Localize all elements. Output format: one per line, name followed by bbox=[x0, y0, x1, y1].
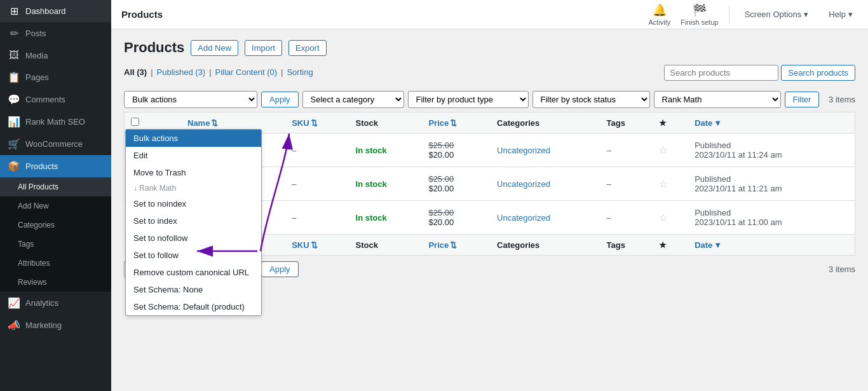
tab-pillar[interactable]: Pillar Content (0) bbox=[215, 67, 278, 77]
analytics-icon: 📈 bbox=[8, 297, 20, 309]
stock-2: In stock bbox=[349, 167, 423, 201]
dropdown-item-nofollow[interactable]: Set to nofollow bbox=[126, 230, 261, 247]
finish-setup-button[interactable]: 🏁 Finish setup bbox=[681, 3, 718, 26]
products-icon: 📦 bbox=[8, 160, 20, 172]
product-type-select[interactable]: Filter by product type bbox=[408, 91, 529, 108]
media-icon: 🖼 bbox=[8, 50, 20, 61]
col-date[interactable]: Date ▼ bbox=[688, 113, 855, 134]
sidebar-item-comments[interactable]: 💬 Comments bbox=[0, 88, 111, 111]
star-1[interactable]: ☆ bbox=[659, 145, 668, 156]
dropdown-item-bulk-actions[interactable]: Bulk actions bbox=[126, 130, 261, 147]
posts-icon: ✏ bbox=[8, 27, 20, 39]
submenu-all-products[interactable]: All Products bbox=[0, 177, 111, 196]
tab-published[interactable]: Published (3) bbox=[157, 67, 206, 77]
date-2: Published2023/10/11 at 11:21 am bbox=[688, 167, 855, 201]
bulk-actions-dropdown: Bulk actions Edit Move to Trash ↓ Rank M… bbox=[125, 129, 262, 316]
add-new-button[interactable]: Add New bbox=[191, 40, 238, 56]
products-submenu: All Products Add New Categories Tags Att… bbox=[0, 177, 111, 292]
rank-math-select[interactable]: Rank Math bbox=[654, 91, 781, 108]
submenu-add-new[interactable]: Add New bbox=[0, 196, 111, 216]
sidebar-item-marketing[interactable]: 📣 Marketing bbox=[0, 314, 111, 336]
submenu-categories[interactable]: Categories bbox=[0, 216, 111, 235]
star-2[interactable]: ☆ bbox=[659, 179, 668, 189]
search-input[interactable] bbox=[664, 65, 778, 81]
price-3: $25.00 $20.00 bbox=[422, 201, 491, 235]
rank-math-icon: 📊 bbox=[8, 116, 20, 128]
comments-icon: 💬 bbox=[8, 93, 20, 106]
stock-1: In stock bbox=[349, 134, 423, 167]
filter-button[interactable]: Filter bbox=[785, 92, 820, 107]
dropdown-item-noindex[interactable]: Set to noindex bbox=[126, 195, 261, 212]
tags-3: – bbox=[600, 201, 653, 235]
topbar-title: Products bbox=[121, 9, 163, 20]
submenu-tags[interactable]: Tags bbox=[0, 235, 111, 254]
toolbar: Bulk actions Apply Select a category Fil… bbox=[124, 91, 855, 108]
sidebar-item-pages[interactable]: 📋 Pages bbox=[0, 66, 111, 88]
sidebar-item-products[interactable]: 📦 Products bbox=[0, 155, 111, 177]
apply-button-top[interactable]: Apply bbox=[261, 92, 299, 107]
chevron-down-icon-help: ▾ bbox=[848, 10, 853, 19]
dropdown-item-schema-default[interactable]: Set Schema: Default (product) bbox=[126, 298, 261, 315]
submenu-attributes[interactable]: Attributes bbox=[0, 254, 111, 273]
bulk-actions-select[interactable]: Bulk actions bbox=[124, 91, 257, 108]
items-count: 3 items bbox=[829, 95, 855, 104]
page-title: Products bbox=[124, 39, 184, 56]
topbar-divider bbox=[729, 5, 729, 24]
sidebar-item-posts[interactable]: ✏ Posts bbox=[0, 22, 111, 45]
tab-sorting[interactable]: Sorting bbox=[287, 67, 313, 77]
date-3: Published2023/10/11 at 11:00 am bbox=[688, 201, 855, 235]
finish-setup-icon: 🏁 bbox=[693, 3, 707, 17]
select-all-checkbox[interactable] bbox=[131, 118, 139, 126]
category-3[interactable]: Uncategorized bbox=[491, 201, 600, 235]
col-tags: Tags bbox=[600, 113, 653, 134]
sidebar-item-media[interactable]: 🖼 Media bbox=[0, 45, 111, 66]
apply-button-bottom[interactable]: Apply bbox=[261, 261, 299, 277]
tags-2: – bbox=[600, 167, 653, 201]
dropdown-item-trash[interactable]: Move to Trash bbox=[126, 164, 261, 181]
tab-all[interactable]: All (3) bbox=[124, 67, 147, 77]
col-stock: Stock bbox=[349, 113, 423, 134]
sidebar-item-analytics[interactable]: 📈 Analytics bbox=[0, 292, 111, 314]
dropdown-item-schema-none[interactable]: Set Schema: None bbox=[126, 281, 261, 298]
screen-options-button[interactable]: Screen Options ▾ bbox=[740, 7, 814, 22]
activity-icon: 🔔 bbox=[653, 3, 667, 17]
submenu-reviews[interactable]: Reviews bbox=[0, 273, 111, 292]
dropdown-item-rank-math-sep: ↓ Rank Math bbox=[126, 181, 261, 195]
woocommerce-icon: 🛒 bbox=[8, 138, 20, 150]
marketing-icon: 📣 bbox=[8, 319, 20, 331]
date-1: Published2023/10/11 at 11:24 am bbox=[688, 134, 855, 167]
export-button[interactable]: Export bbox=[288, 40, 327, 56]
search-button[interactable]: Search products bbox=[781, 65, 855, 81]
page-heading: Products Add New Import Export bbox=[124, 39, 855, 56]
category-2[interactable]: Uncategorized bbox=[491, 167, 600, 201]
stock-3: In stock bbox=[349, 201, 423, 235]
col-price[interactable]: Price ⇅ bbox=[422, 113, 491, 134]
activity-button[interactable]: 🔔 Activity bbox=[648, 3, 670, 26]
sku-3: – bbox=[285, 201, 349, 235]
topbar: Products 🔔 Activity 🏁 Finish setup Scree… bbox=[111, 0, 868, 29]
col-sku[interactable]: SKU ⇅ bbox=[285, 113, 349, 134]
dashboard-icon: ⊞ bbox=[8, 5, 20, 17]
sidebar-item-dashboard[interactable]: ⊞ Dashboard bbox=[0, 0, 111, 22]
pages-icon: 📋 bbox=[8, 71, 20, 83]
dropdown-item-remove-canonical[interactable]: Remove custom canonical URL bbox=[126, 264, 261, 281]
help-button[interactable]: Help ▾ bbox=[824, 7, 858, 22]
stock-status-select[interactable]: Filter by stock status bbox=[532, 91, 650, 108]
category-1[interactable]: Uncategorized bbox=[491, 134, 600, 167]
col-star: ★ bbox=[653, 113, 688, 134]
items-count-bottom: 3 items bbox=[829, 264, 855, 274]
search-row: Search products bbox=[664, 65, 855, 81]
tags-1: – bbox=[600, 134, 653, 167]
category-select[interactable]: Select a category bbox=[302, 91, 404, 108]
sku-1: – bbox=[285, 134, 349, 167]
sidebar-item-woocommerce[interactable]: 🛒 WooCommerce bbox=[0, 133, 111, 155]
dropdown-item-edit[interactable]: Edit bbox=[126, 147, 261, 164]
dropdown-item-follow[interactable]: Set to follow bbox=[126, 247, 261, 264]
filter-tabs: All (3) | Published (3) | Pillar Content… bbox=[124, 67, 313, 77]
dropdown-item-index[interactable]: Set to index bbox=[126, 212, 261, 230]
price-1: $25.00 $20.00 bbox=[422, 134, 491, 167]
sidebar-item-rank-math[interactable]: 📊 Rank Math SEO bbox=[0, 111, 111, 133]
star-3[interactable]: ☆ bbox=[659, 212, 668, 223]
import-button[interactable]: Import bbox=[245, 40, 282, 56]
topbar-right: 🔔 Activity 🏁 Finish setup Screen Options… bbox=[648, 3, 858, 26]
